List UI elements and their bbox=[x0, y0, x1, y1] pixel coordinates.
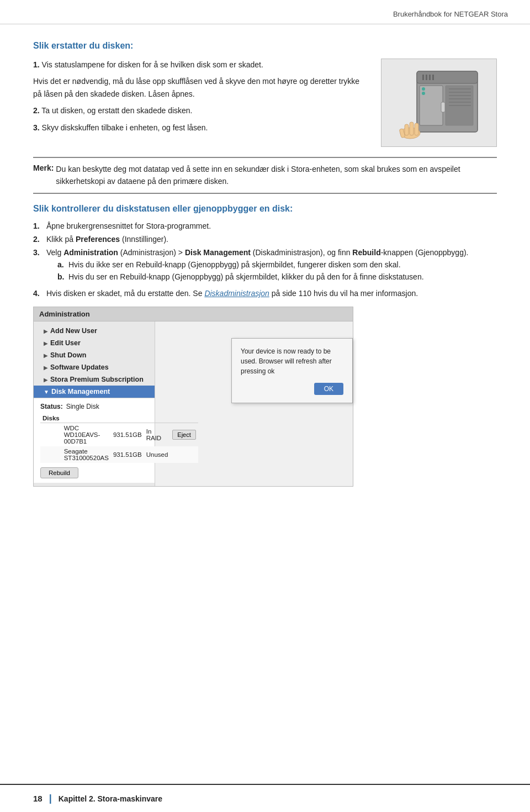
svg-rect-3 bbox=[426, 75, 427, 80]
screenshot-area: Administration ▶ Add New User ▶ Edit Use… bbox=[33, 307, 353, 487]
s2-num3: 3. bbox=[33, 248, 43, 284]
s2-sub-a: a. Hvis du ikke ser en Rebuild-knapp (Gj… bbox=[57, 260, 497, 269]
rebuild-button[interactable]: Rebuild bbox=[40, 467, 78, 478]
step3-num: 3. bbox=[33, 123, 40, 132]
s2-step2: 2. Klikk på Preferences (Innstillinger). bbox=[33, 235, 497, 244]
s2-text1: Åpne brukergrensesnittet for Stora-progr… bbox=[46, 222, 497, 230]
arrow-icon-premium: ▶ bbox=[44, 377, 48, 383]
s2-step4: 4. Hvis disken er skadet, må du erstatte… bbox=[33, 289, 497, 298]
step2-text: Ta ut disken, og erstatt den skadede dis… bbox=[41, 106, 192, 115]
arrow-icon-edit-user: ▶ bbox=[44, 340, 48, 346]
admin-panel: Administration ▶ Add New User ▶ Edit Use… bbox=[34, 307, 353, 486]
note-box: Merk: Du kan beskytte deg mot datatap ve… bbox=[33, 157, 497, 194]
dialog-ok-button[interactable]: OK bbox=[314, 383, 343, 395]
disk-row2-size: 931.51GB bbox=[111, 446, 144, 463]
menu-label-disk-management: Disk Management bbox=[51, 388, 110, 396]
s2-sub-list: a. Hvis du ikke ser en Rebuild-knapp (Gj… bbox=[57, 260, 497, 281]
s2-text4: Hvis disken er skadet, må du erstatte de… bbox=[46, 289, 497, 298]
top-section: 1. Vis statuslampene for disken for å se… bbox=[33, 59, 497, 147]
dialog-text: Your device is now ready to be used. Bro… bbox=[241, 346, 343, 376]
sub-label-b: b. bbox=[57, 272, 65, 281]
col-name bbox=[62, 414, 111, 423]
arrow-icon-disk-management: ▼ bbox=[44, 389, 49, 395]
admin-content-area: Your device is now ready to be used. Bro… bbox=[155, 321, 353, 486]
s2-text2: Klikk på Preferences (Innstillinger). bbox=[46, 235, 497, 244]
disk-row2-col1 bbox=[40, 446, 62, 463]
step1: 1. Vis statuslampene for disken for å se… bbox=[33, 59, 364, 71]
section2-steps: 1. Åpne brukergrensesnittet for Stora-pr… bbox=[33, 222, 497, 298]
svg-rect-2 bbox=[422, 75, 424, 80]
header-title: Brukerhåndbok for NETGEAR Stora bbox=[393, 10, 508, 18]
menu-item-disk-management[interactable]: ▼ Disk Management bbox=[34, 386, 155, 398]
menu-label-premium: Stora Premium Subscription bbox=[50, 376, 144, 383]
menu-label-software-updates: Software Updates bbox=[50, 363, 109, 371]
note-label: Merk: bbox=[33, 164, 54, 187]
status-label: Status: bbox=[40, 403, 63, 410]
page-header: Brukerhåndbok for NETGEAR Stora bbox=[0, 0, 530, 24]
arrow-icon-software-updates: ▶ bbox=[44, 365, 48, 371]
admin-sidebar: ▶ Add New User ▶ Edit User ▶ Shut Down ▶… bbox=[34, 321, 155, 486]
svg-rect-19 bbox=[410, 122, 414, 135]
svg-rect-18 bbox=[405, 124, 409, 135]
s2-num1: 1. bbox=[33, 222, 43, 230]
status-row: Status: Single Disk bbox=[40, 403, 148, 410]
menu-label-edit-user: Edit User bbox=[50, 339, 81, 347]
admin-titlebar: Administration bbox=[34, 307, 353, 321]
disk-management-section: Status: Single Disk Disks bbox=[34, 398, 155, 483]
device-illustration bbox=[381, 59, 497, 147]
s2-num4: 4. bbox=[33, 289, 43, 298]
sub-text-a: Hvis du ikke ser en Rebuild-knapp (Gjeno… bbox=[68, 260, 401, 269]
menu-item-premium[interactable]: ▶ Stora Premium Subscription bbox=[34, 373, 155, 386]
svg-rect-7 bbox=[441, 102, 445, 112]
svg-rect-4 bbox=[429, 75, 431, 80]
sub-label-a: a. bbox=[57, 260, 65, 269]
footer-separator: | bbox=[49, 793, 52, 804]
arrow-icon-add-user: ▶ bbox=[44, 328, 48, 334]
disk-row1-name: WDC WD10EAVS-00D7B1 bbox=[62, 423, 111, 447]
note-text: Du kan beskytte deg mot datatap ved å se… bbox=[56, 164, 497, 187]
step3-text: Skyv diskskuffen tilbake i enheten, og f… bbox=[42, 123, 208, 132]
arrow-icon-shutdown: ▶ bbox=[44, 352, 48, 358]
col-size bbox=[111, 414, 144, 423]
menu-item-edit-user[interactable]: ▶ Edit User bbox=[34, 337, 155, 349]
section2-title: Slik kontrollerer du diskstatusen eller … bbox=[33, 204, 497, 214]
menu-item-shutdown[interactable]: ▶ Shut Down bbox=[34, 349, 155, 361]
step-note: Hvis det er nødvendig, må du låse opp sk… bbox=[33, 75, 364, 100]
footer-chapter: Kapittel 2. Stora-maskinvare bbox=[59, 794, 162, 803]
menu-label-shutdown: Shut Down bbox=[50, 351, 86, 359]
admin-body: ▶ Add New User ▶ Edit User ▶ Shut Down ▶… bbox=[34, 321, 353, 486]
status-value: Single Disk bbox=[66, 403, 99, 410]
s2-step3: 3. Velg Administration (Administrasjon) … bbox=[33, 248, 497, 284]
s2-text3: Velg Administration (Administrasjon) > D… bbox=[46, 248, 497, 284]
svg-point-9 bbox=[422, 92, 425, 95]
step2: 2. Ta ut disken, og erstatt den skadede … bbox=[33, 104, 364, 117]
sub-text-b: Hvis du ser en Rebuild-knapp (Gjenoppbyg… bbox=[68, 272, 424, 281]
s2-num2: 2. bbox=[33, 235, 43, 244]
menu-item-add-user[interactable]: ▶ Add New User bbox=[34, 325, 155, 337]
step2-num: 2. bbox=[33, 106, 40, 115]
main-content: Slik erstatter du disken: 1. Vis statusl… bbox=[0, 24, 530, 498]
s2-step1: 1. Åpne brukergrensesnittet for Stora-pr… bbox=[33, 222, 497, 230]
step1-num: 1. bbox=[33, 60, 40, 69]
section1-text: 1. Vis statuslampene for disken for å se… bbox=[33, 59, 364, 147]
svg-rect-6 bbox=[420, 86, 443, 125]
svg-rect-20 bbox=[415, 123, 418, 135]
section1-title: Slik erstatter du disken: bbox=[33, 41, 497, 51]
svg-point-8 bbox=[422, 87, 425, 91]
s2-sub-b: b. Hvis du ser en Rebuild-knapp (Gjenopp… bbox=[57, 272, 497, 281]
nas-svg bbox=[384, 60, 494, 146]
dialog-overlay: Your device is now ready to be used. Bro… bbox=[231, 338, 353, 403]
nas-image bbox=[381, 59, 497, 147]
disk-row1-col1 bbox=[40, 423, 62, 447]
menu-label-add-user: Add New User bbox=[50, 327, 97, 335]
col-disks: Disks bbox=[40, 414, 62, 423]
disk-row1-size: 931.51GB bbox=[111, 423, 144, 447]
step3: 3. Skyv diskskuffen tilbake i enheten, o… bbox=[33, 122, 364, 134]
page-footer: 18 | Kapittel 2. Stora-maskinvare bbox=[0, 784, 530, 812]
menu-item-software-updates[interactable]: ▶ Software Updates bbox=[34, 361, 155, 373]
disk-row2-name: Seagate ST31000520AS bbox=[62, 446, 111, 463]
footer-page-number: 18 bbox=[33, 794, 43, 803]
step1-text: Vis statuslampene for disken for å se hv… bbox=[42, 60, 263, 69]
svg-rect-5 bbox=[432, 75, 434, 80]
